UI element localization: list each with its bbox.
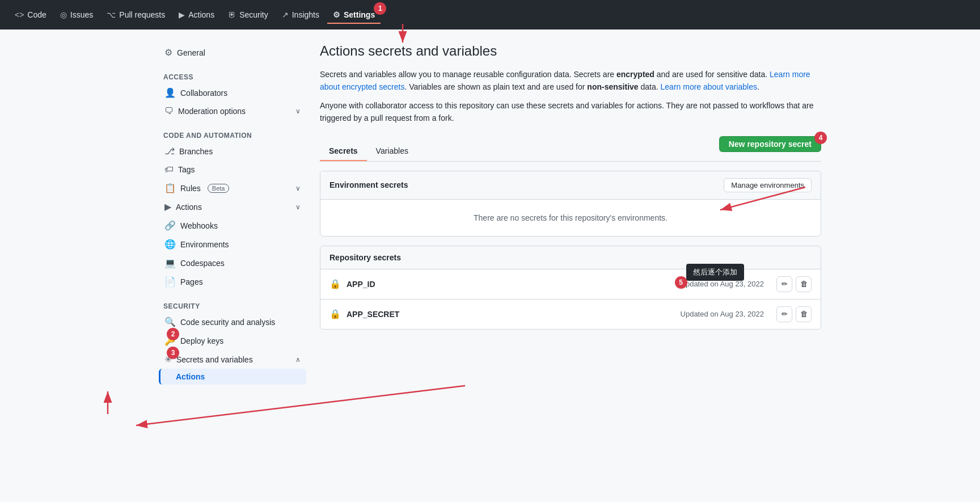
repo-secrets-title: Repository secrets — [330, 253, 401, 262]
description-box: Secrets and variables allow you to manag… — [320, 68, 821, 125]
tag-icon: 🏷 — [164, 164, 174, 175]
sidebar-item-environments[interactable]: 🌐 Environments — [159, 235, 306, 254]
repository-secrets-section: Repository secrets 🔒 APP_ID 5 然后逐个添加 Upd… — [320, 246, 821, 330]
sidebar-item-general[interactable]: ⚙ General — [159, 43, 306, 62]
chevron-down-icon-rules: ∨ — [295, 184, 301, 192]
edit-button-app-secret[interactable]: ✏ — [776, 306, 792, 322]
code-security-icon: 🔍 — [164, 317, 176, 327]
secret-name-app-id: APP_ID — [347, 280, 681, 289]
delete-button-app-secret[interactable]: 🗑 — [796, 306, 812, 322]
env-empty-state: There are no secrets for this repository… — [320, 200, 821, 236]
tooltip-text: 然后逐个添加 — [686, 264, 744, 281]
issues-icon: ◎ — [60, 10, 67, 19]
annotation-badge-4: 4 — [814, 132, 827, 144]
edit-button-app-id[interactable]: ✏ — [776, 276, 792, 292]
moderation-icon: 🗨 — [164, 106, 174, 116]
chevron-down-icon: ∨ — [295, 107, 301, 115]
tab-variables[interactable]: Variables — [367, 142, 417, 161]
env-secrets-title: Environment secrets — [330, 180, 408, 189]
nav-issues[interactable]: ◎ Issues — [54, 7, 99, 23]
sidebar-item-webhooks[interactable]: 🔗 Webhooks — [159, 216, 306, 235]
sidebar-item-branches[interactable]: ⎇ Branches — [159, 142, 306, 161]
sidebar: ⚙ General Access 👤 Collaborators 🗨 Moder… — [159, 43, 306, 385]
sidebar-item-tags[interactable]: 🏷 Tags — [159, 161, 306, 179]
main-content: Actions secrets and variables Secrets an… — [320, 43, 821, 385]
security-icon: ⛨ — [228, 10, 236, 19]
new-repository-secret-button[interactable]: New repository secret — [719, 136, 821, 152]
secret-name-app-secret: APP_SECRET — [347, 310, 681, 319]
sidebar-section-security: Security — [159, 298, 306, 313]
annotation-badge-2: 2 — [167, 328, 179, 340]
nav-security[interactable]: ⛨ Security — [222, 7, 274, 23]
top-nav: <> Code ◎ Issues ⌥ Pull requests ▶ Actio… — [0, 0, 980, 29]
environment-secrets-header: Environment secrets Manage environments — [320, 171, 821, 200]
secret-updated-app-id: Updated on Aug 23, 2022 — [681, 280, 764, 288]
pull-request-icon: ⌥ — [107, 10, 116, 19]
chevron-down-icon-actions: ∨ — [295, 203, 301, 211]
codespaces-icon: 💻 — [164, 258, 176, 268]
nav-code[interactable]: <> Code — [9, 7, 52, 23]
gear-icon: ⚙ — [164, 47, 172, 58]
annotation-badge-5: 5 — [675, 276, 687, 289]
link-about-variables[interactable]: Learn more about variables — [661, 82, 757, 91]
nav-actions[interactable]: ▶ Actions — [173, 7, 220, 23]
secret-row-app-secret: 🔒 APP_SECRET Updated on Aug 23, 2022 ✏ 🗑 — [320, 299, 821, 329]
environment-secrets-section: Environment secrets Manage environments … — [320, 171, 821, 237]
repo-secrets-header: Repository secrets — [320, 246, 821, 269]
secret-updated-app-secret: Updated on Aug 23, 2022 — [681, 310, 764, 318]
sidebar-section-code-automation: Code and automation — [159, 127, 306, 142]
environments-icon: 🌐 — [164, 239, 176, 250]
beta-badge: Beta — [208, 184, 230, 193]
tab-secrets[interactable]: Secrets — [320, 142, 367, 161]
pages-icon: 📄 — [164, 276, 176, 287]
sidebar-item-code-security[interactable]: 🔍 Code security and analysis — [159, 313, 306, 331]
nav-settings[interactable]: ⚙ Settings 1 — [327, 7, 381, 23]
new-secret-wrap: New repository secret 4 — [719, 136, 821, 161]
annotation-badge-1: 1 — [374, 2, 386, 15]
sidebar-item-codespaces[interactable]: 💻 Codespaces — [159, 254, 306, 272]
sidebar-item-deploy-keys[interactable]: 🔑 Deploy keys 2 — [159, 331, 306, 350]
secret-row-app-id: 🔒 APP_ID 5 然后逐个添加 Updated on Aug 23, 202… — [320, 269, 821, 299]
lock-icon-app-id: 🔒 — [330, 279, 341, 289]
sidebar-item-actions[interactable]: ▶ Actions ∨ — [159, 197, 306, 216]
insights-icon: ↗ — [282, 10, 289, 19]
sidebar-section-access: Access — [159, 69, 306, 83]
sidebar-item-rules[interactable]: 📋 Rules Beta ∨ — [159, 179, 306, 197]
tabs: Secrets Variables — [320, 142, 719, 161]
rules-icon: 📋 — [164, 183, 176, 193]
sidebar-item-secrets[interactable]: ✳ Secrets and variables ∧ 3 — [159, 350, 306, 369]
nav-pull-requests[interactable]: ⌥ Pull requests — [101, 7, 171, 23]
sidebar-item-moderation[interactable]: 🗨 Moderation options ∨ — [159, 102, 306, 120]
nav-insights[interactable]: ↗ Insights — [276, 7, 325, 23]
sidebar-sub-item-actions[interactable]: Actions — [159, 369, 306, 385]
actions-sidebar-icon: ▶ — [164, 201, 171, 212]
manage-environments-button[interactable]: Manage environments — [724, 178, 812, 192]
delete-button-app-id[interactable]: 🗑 — [796, 276, 812, 292]
actions-icon: ▶ — [179, 10, 185, 19]
annotation-badge-3: 3 — [167, 347, 179, 359]
sidebar-item-collaborators[interactable]: 👤 Collaborators — [159, 83, 306, 102]
lock-icon-app-secret: 🔒 — [330, 309, 341, 319]
settings-icon: ⚙ — [333, 10, 340, 19]
branch-icon: ⎇ — [164, 146, 175, 157]
page-title: Actions secrets and variables — [320, 43, 821, 59]
chevron-up-icon-secrets: ∧ — [295, 356, 301, 364]
code-icon: <> — [15, 10, 24, 19]
tabs-row: Secrets Variables New repository secret … — [320, 136, 821, 161]
webhook-icon: 🔗 — [164, 220, 176, 231]
page-layout: ⚙ General Access 👤 Collaborators 🗨 Moder… — [150, 29, 830, 398]
sidebar-item-pages[interactable]: 📄 Pages — [159, 272, 306, 291]
people-icon: 👤 — [164, 87, 176, 98]
